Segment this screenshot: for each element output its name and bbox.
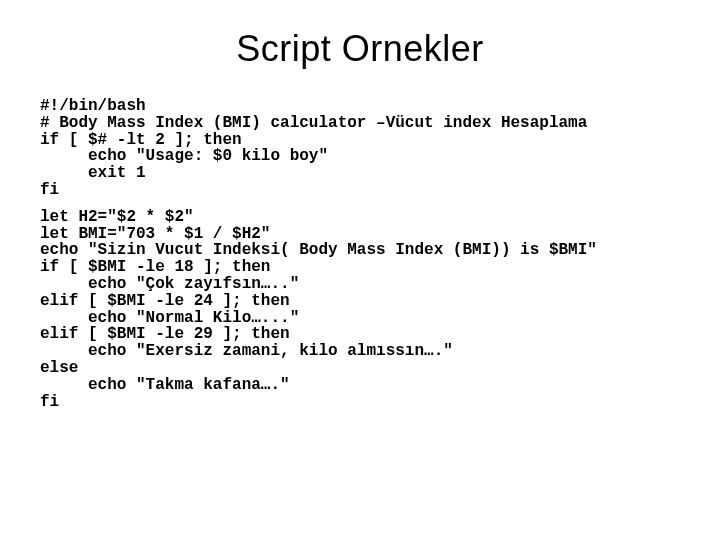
- code-line: # Body Mass Index (BMI) calculator –Vücu…: [40, 114, 587, 132]
- code-line: echo "Takma kafana….": [40, 376, 290, 394]
- code-line: exit 1: [40, 164, 146, 182]
- slide-title: Script Ornekler: [40, 28, 680, 70]
- code-line: elif [ $BMI -le 29 ]; then: [40, 325, 290, 343]
- code-line: echo "Çok zayıfsın…..": [40, 275, 299, 293]
- code-line: let H2="$2 * $2": [40, 208, 194, 226]
- code-line: else: [40, 359, 78, 377]
- code-line: echo "Normal Kilo…...": [40, 309, 299, 327]
- code-line: let BMI="703 * $1 / $H2": [40, 225, 270, 243]
- code-line: if [ $BMI -le 18 ]; then: [40, 258, 270, 276]
- code-line: echo "Sizin Vucut Indeksi( Body Mass Ind…: [40, 241, 597, 259]
- code-line: fi: [40, 181, 59, 199]
- code-line: elif [ $BMI -le 24 ]; then: [40, 292, 290, 310]
- code-line: if [ $# -lt 2 ]; then: [40, 131, 242, 149]
- code-line: fi: [40, 393, 59, 411]
- code-line: #!/bin/bash: [40, 97, 146, 115]
- slide: Script Ornekler #!/bin/bash # Body Mass …: [0, 0, 720, 540]
- code-block: #!/bin/bash # Body Mass Index (BMI) calc…: [40, 98, 680, 410]
- code-line: echo "Usage: $0 kilo boy": [40, 147, 328, 165]
- code-line: echo "Exersiz zamani, kilo almıssın….": [40, 342, 453, 360]
